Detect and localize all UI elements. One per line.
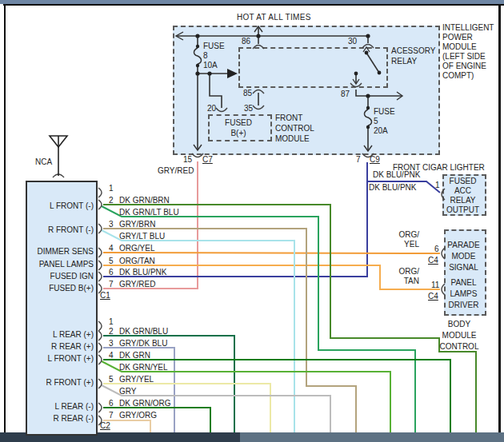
- radio-label-l-rear-pos: L REAR (+): [26, 330, 94, 339]
- radio-label-fused-ign: FUSED IGN: [26, 272, 94, 281]
- parade-mode-signal-label: PARADEMODESIGNAL: [444, 240, 483, 273]
- bcm-c4-label-2[interactable]: C4: [428, 292, 438, 301]
- front-control-module-label: FRONTCONTROLMODULE: [275, 113, 314, 144]
- c1-row: 1: [109, 184, 119, 193]
- relay-pin85-label: 85: [243, 89, 252, 98]
- dk-blu-pnk-label-2: DK BLU/PNK: [369, 183, 416, 192]
- radio-label-r-front-neg: R FRONT (-): [26, 225, 94, 234]
- radio-label-r-front-pos: R FRONT (+): [26, 378, 94, 387]
- h-scrollbar-thumb[interactable]: [240, 432, 504, 442]
- c1-row: 3GRY/BRN: [109, 220, 155, 229]
- c2-row: GRY: [109, 387, 137, 396]
- c2-row: 5GRY/YEL: [109, 375, 154, 384]
- cigar-pin1-label: 1: [435, 181, 440, 189]
- diagram-border-left: [4, 4, 6, 442]
- fuse5-label-rating: 20A: [374, 126, 388, 135]
- relay-pin86-label: 86: [242, 37, 250, 46]
- fuse8-label-rating: 10A: [203, 61, 218, 70]
- fused-b-label: FUSEDB(+): [208, 117, 269, 138]
- c7-pin-label: 15: [183, 155, 192, 164]
- antenna-symbol: [50, 136, 67, 176]
- c1-row: 7GRY/RED: [109, 280, 155, 289]
- bcm-c4-label-1[interactable]: C4: [428, 256, 438, 265]
- antenna-label: NCA: [35, 157, 52, 166]
- c1-row: 2DK GRN/BRN: [109, 196, 170, 205]
- c2-row: 2DK GRN/BLU: [109, 327, 168, 336]
- c1-row: GRY/LT BLU: [109, 232, 165, 241]
- fuse8-label-name: FUSE: [203, 42, 225, 50]
- c2-row: 3GRY/DK BLU: [109, 339, 167, 348]
- org-yel-wire-label: ORG/YEL: [395, 230, 419, 249]
- fuse8-label-number: 8: [203, 51, 208, 60]
- c2-row: 6DK GRN/ORG: [109, 399, 170, 408]
- c1-row: 5ORG/TAN: [109, 257, 155, 265]
- wiring-diagram-page: HOT AT ALL TIMES INTELLIGENTPOWER MODULE…: [0, 0, 504, 442]
- c1-row: 6DK BLU/PNK: [109, 268, 166, 277]
- radio-label-fused-b: FUSED B(+): [26, 284, 94, 293]
- radio-label-panel-lamps: PANEL LAMPS: [26, 260, 94, 269]
- accessory-relay-box: [238, 47, 388, 88]
- c1-connector-label[interactable]: C1: [100, 291, 110, 300]
- relay-pin30-label: 30: [348, 37, 357, 46]
- radio-label-dimmer-sens: DIMMER SENS: [26, 247, 94, 256]
- c9-connector-label[interactable]: C9: [370, 155, 380, 164]
- c9-pin-label: 7: [356, 155, 361, 164]
- fuse5-label-name: FUSE: [374, 107, 395, 116]
- diagram-border-right: [498, 4, 501, 432]
- hot-at-all-times-label: HOT AT ALL TIMES: [237, 13, 311, 22]
- relay-pin87-label: 87: [341, 90, 350, 98]
- accessory-relay-label-1: ACESSORY: [391, 46, 435, 55]
- accessory-relay-label-2: RELAY: [391, 57, 417, 66]
- c2-connector-label[interactable]: C2: [100, 421, 110, 430]
- c2-row: DK GRN/YEL: [109, 363, 168, 372]
- fcm-pin35-label: 35: [244, 104, 253, 113]
- ipm-module-label: INTELLIGENTPOWER MODULE(LEFT SIDE OF ENG…: [442, 23, 494, 81]
- c1-row: 4ORG/YEL: [109, 244, 154, 253]
- c2-row: 4DK GRN: [109, 351, 150, 360]
- wire-dk-grn-yel: [102, 361, 390, 432]
- radio-label-r-rear-pos: R REAR (+): [26, 342, 94, 351]
- fuse5-label-number: 5: [374, 117, 378, 125]
- bcm-pin11-label: 11: [431, 281, 439, 289]
- c7-connector-label[interactable]: C7: [202, 155, 213, 164]
- panel-lamps-driver-label: PANELLAMPSDRIVER: [444, 277, 483, 311]
- radio-module-box: [26, 181, 98, 436]
- fcm-pin20-label: 20: [207, 104, 216, 113]
- c1-row: DK GRN/LT BLU: [109, 208, 179, 217]
- c2-row: 1: [109, 317, 119, 326]
- wire-org-yel: [103, 253, 440, 253]
- radio-pin-brackets: [98, 188, 102, 425]
- radio-label-l-rear-neg: L REAR (-): [26, 402, 94, 411]
- diagram-border-top: [3, 4, 504, 6]
- antenna-base-arc: [53, 174, 64, 177]
- radio-label-r-rear-neg: R REAR (-): [26, 414, 94, 423]
- gry-red-wire-label: GRY/RED: [158, 166, 190, 175]
- radio-label-l-front-neg: L FRONT (-): [26, 201, 94, 210]
- body-module-control-label: BODYMODULECONTROL: [434, 319, 485, 352]
- bcm-pin6-label: 6: [434, 245, 439, 253]
- fused-acc-relay-output-label: FUSEDACC RELAYOUTPUT: [442, 177, 483, 215]
- c2-row: 7GRY/ORG: [109, 411, 157, 420]
- dk-blu-pnk-label-1: DK BLU/PNK: [373, 170, 420, 179]
- radio-label-l-front-pos: L FRONT (+): [26, 354, 94, 363]
- org-tan-wire-label: ORG/TAN: [395, 267, 419, 286]
